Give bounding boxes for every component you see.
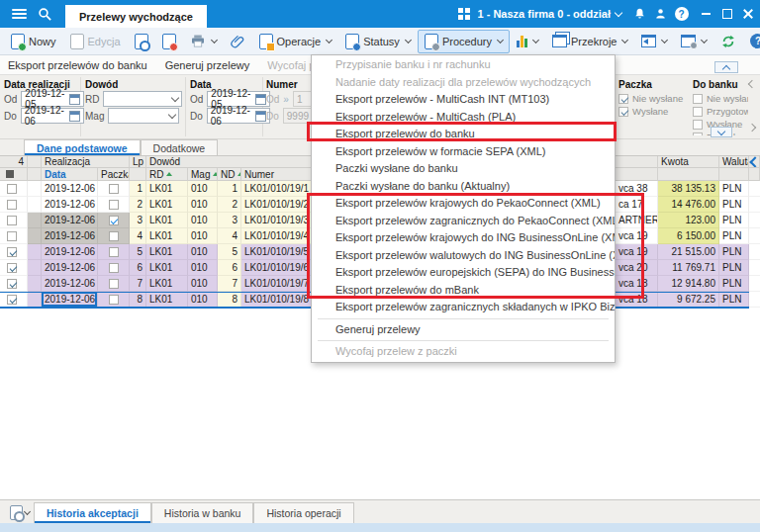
tab-historia-w-banku[interactable]: Historia w banku [151, 502, 254, 523]
row-select-cell[interactable] [0, 244, 28, 260]
cell-waluta[interactable]: PLN [719, 228, 749, 244]
procedures-button[interactable]: Procedury [418, 30, 510, 53]
cell-nd[interactable]: 4 [218, 228, 241, 244]
statuses-button[interactable]: Statusy [338, 30, 418, 53]
cell-kwota[interactable]: 12 914.80 [658, 276, 719, 292]
row-selected-checkbox[interactable] [7, 247, 17, 257]
cell-waluta[interactable]: PLN [719, 181, 749, 197]
header-mag[interactable]: Mag [188, 168, 218, 181]
cell-numer[interactable]: LK01/010/19/3 [241, 213, 315, 228]
scroll-right-icon[interactable] [748, 124, 756, 132]
cell-waluta[interactable]: PLN [719, 260, 749, 276]
maximize-button[interactable] [718, 4, 735, 24]
cell-lp[interactable]: 6 [130, 260, 146, 276]
menu-item[interactable]: Nadanie daty realizacji dla przelewów wy… [312, 74, 615, 92]
calendar-icon[interactable] [69, 94, 80, 105]
tab-historia-operacji[interactable]: Historia operacji [253, 502, 353, 523]
cell-lp[interactable]: 3 [130, 213, 146, 228]
cell-mag[interactable]: 010 [188, 292, 218, 308]
paczka-unchecked-checkbox[interactable] [109, 279, 119, 289]
data-realizacji-do-input[interactable]: 2019-12-06 [21, 108, 84, 124]
cell-paczka[interactable] [98, 260, 130, 276]
menu-item[interactable]: Eksport przelewów europejskich (SEPA) do… [312, 264, 615, 282]
header-waluta[interactable]: Waluta [719, 156, 749, 168]
generate-transfers-button[interactable]: Generuj przelewy [165, 59, 250, 71]
cell-numer[interactable]: LK01/010/19/7 [241, 276, 315, 292]
cell-paczka[interactable] [98, 292, 130, 308]
data-do-input[interactable]: 2019-12-06 [207, 108, 270, 124]
global-search-button[interactable] [32, 3, 57, 25]
cell-mag[interactable]: 010 [188, 197, 218, 213]
cell-rd[interactable]: LK01 [146, 244, 188, 260]
do-banku-option[interactable]: Nie wysłane [693, 92, 748, 105]
paczka-unchecked-checkbox[interactable] [109, 184, 119, 194]
header-kwota[interactable]: Kwota [658, 156, 719, 168]
cell-lp[interactable]: 1 [130, 181, 146, 197]
menu-item[interactable]: Wycofaj przelew z paczki [312, 343, 615, 361]
menu-item[interactable]: Eksport przelewów do banku [312, 126, 615, 143]
cell-nd[interactable]: 5 [218, 244, 241, 260]
history-preview-button[interactable] [6, 501, 34, 523]
cell-data-realizacji[interactable]: 2019-12-06 [42, 228, 98, 244]
cell-lp[interactable]: 7 [130, 276, 146, 292]
menu-item[interactable]: Paczki wysłane do banku [312, 160, 615, 178]
cell-waluta[interactable]: PLN [719, 276, 749, 292]
collapse-filter-panel-button[interactable] [714, 61, 738, 73]
cell-numer[interactable]: LK01/010/19/6 [241, 260, 315, 276]
app-grid-icon[interactable] [458, 8, 470, 20]
cell-rd[interactable]: LK01 [146, 228, 188, 244]
menu-item[interactable]: Eksport przelewów do mBank [312, 282, 615, 300]
export-to-bank-button[interactable]: Eksport przelewów do banku [8, 59, 147, 71]
tab-historia-akceptacji[interactable]: Historia akceptacji [34, 502, 151, 523]
header-dowod[interactable]: Dowód [146, 156, 315, 168]
header-lp[interactable]: Lp [130, 156, 146, 168]
minimize-button[interactable] [698, 4, 714, 24]
do-banku-option[interactable]: Przygotowane [693, 105, 748, 118]
cell-mag[interactable]: 010 [188, 228, 218, 244]
cell-waluta[interactable]: PLN [719, 213, 749, 228]
cell-kwota[interactable]: 11 769.71 [658, 260, 719, 276]
close-button[interactable] [739, 4, 756, 24]
calendar-icon[interactable] [69, 111, 80, 122]
menu-item[interactable]: Eksport przelewów krajowych do PekaoConn… [312, 195, 615, 213]
row-select-cell[interactable] [0, 292, 28, 308]
print-button[interactable] [183, 30, 224, 53]
checked-checkbox[interactable] [618, 94, 628, 104]
menu-item[interactable]: Generuj przelewy [312, 321, 615, 339]
header-paczka[interactable]: Paczka [98, 168, 130, 181]
unchecked-checkbox[interactable] [693, 94, 703, 104]
cell-data-realizacji[interactable]: 2019-12-06 [42, 197, 98, 213]
paczka-option[interactable]: Nie wysłane [618, 92, 686, 105]
cell-kwota[interactable]: 38 135.13 [658, 181, 719, 197]
window-settings-button[interactable] [674, 30, 713, 53]
menu-item[interactable]: Przypisanie banku i nr rachunku [312, 56, 615, 74]
row-select-cell[interactable] [0, 228, 28, 244]
cell-nd[interactable]: 3 [218, 213, 241, 228]
cell-mag[interactable]: 010 [188, 181, 218, 197]
help-button[interactable]: ? [673, 4, 690, 24]
row-selected-checkbox[interactable] [7, 279, 17, 289]
calendar-icon[interactable] [255, 111, 266, 122]
cell-numer[interactable]: LK01/010/19/8 [241, 292, 315, 308]
tab-przelewy-wychodzace[interactable]: Przelewy wychodzące [65, 5, 207, 28]
cell-paczka[interactable] [98, 228, 130, 244]
calendar-icon[interactable] [255, 94, 266, 105]
row-selected-checkbox[interactable] [7, 295, 17, 305]
paczka-unchecked-checkbox[interactable] [109, 200, 119, 210]
row-unselected-checkbox[interactable] [7, 216, 17, 225]
scroll-left-icon[interactable] [748, 80, 756, 88]
unchecked-checkbox[interactable] [693, 107, 703, 117]
charts-button[interactable] [510, 30, 545, 53]
cell-waluta[interactable]: PLN [719, 197, 749, 213]
mag-select[interactable] [108, 108, 179, 124]
row-unselected-checkbox[interactable] [7, 184, 17, 194]
cell-nd[interactable]: 8 [218, 292, 241, 308]
cell-rd[interactable]: LK01 [146, 213, 188, 228]
menu-item[interactable]: Eksport przelewów zagranicznych składany… [312, 299, 615, 316]
header-realizacja[interactable]: Realizacja [42, 156, 130, 168]
tab-dodatkowe[interactable]: Dodatkowe [141, 139, 219, 155]
cell-rd[interactable]: LK01 [146, 276, 188, 292]
cell-data-realizacji[interactable]: 2019-12-06 [42, 181, 98, 197]
checked-checkbox[interactable] [618, 107, 628, 117]
scroll-down-options-button[interactable] [711, 127, 732, 137]
